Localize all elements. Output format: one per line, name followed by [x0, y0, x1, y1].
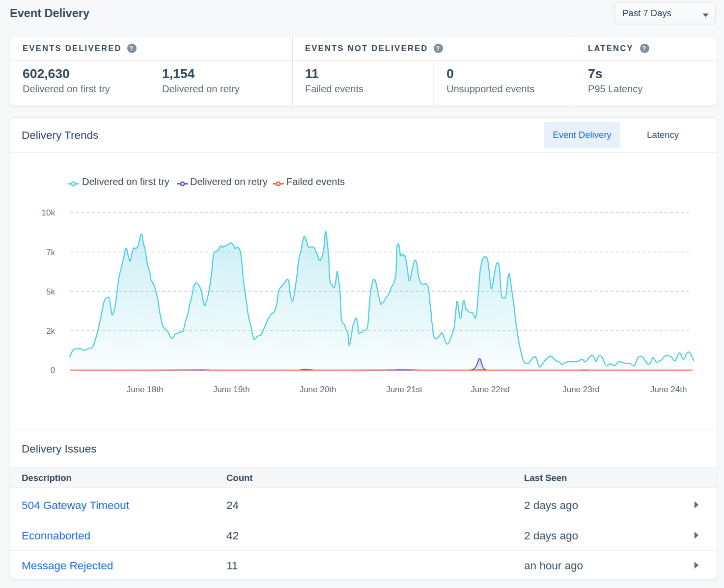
svg-text:June 20th: June 20th — [300, 385, 336, 394]
svg-text:June 24th: June 24th — [650, 385, 687, 394]
svg-text:June 21st: June 21st — [386, 385, 422, 394]
svg-text:10k: 10k — [42, 208, 56, 217]
svg-text:June 19th: June 19th — [213, 385, 250, 394]
svg-text:June 23rd: June 23rd — [562, 385, 600, 394]
svg-text:0: 0 — [51, 366, 55, 375]
svg-text:5k: 5k — [46, 287, 55, 296]
svg-text:June 22nd: June 22nd — [471, 385, 509, 394]
svg-text:7k: 7k — [46, 248, 55, 257]
svg-text:June 18th: June 18th — [127, 385, 164, 394]
svg-text:2k: 2k — [46, 326, 55, 336]
